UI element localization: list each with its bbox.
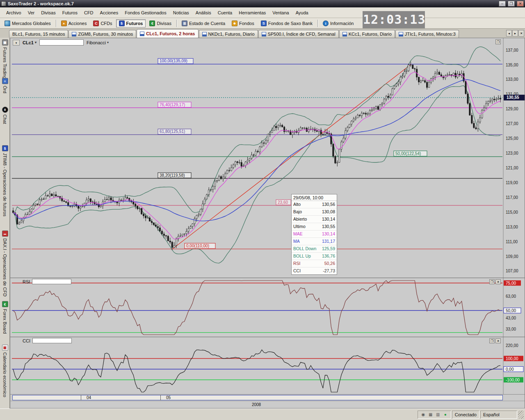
svg-text:43,00: 43,00	[506, 316, 516, 320]
menu-ventana[interactable]: Ventana	[269, 9, 292, 17]
drawing-tool-selector[interactable]: Fibonacci ▾	[87, 40, 109, 45]
sidebar-item-forex-board[interactable]: Forex Board	[0, 301, 10, 334]
menu-divisas[interactable]: Divisas	[38, 9, 58, 17]
chart-tab-icon	[399, 32, 403, 37]
cci-indicator-chart[interactable]: 220,00100,000,00-100,00	[10, 337, 525, 394]
svg-text:100,00(135,09): 100,00(135,09)	[160, 59, 187, 63]
menu-ayuda[interactable]: Ayuda	[293, 9, 311, 17]
tab-zgm8[interactable]: ZGM8, Futuros, 30 minutos	[68, 30, 136, 38]
status-icons: ◉ ▦ ▥ ●	[418, 411, 451, 419]
menu-analisis[interactable]: Análisis	[193, 9, 214, 17]
menu-futuros[interactable]: Futuros	[59, 9, 80, 17]
tab-clc1[interactable]: CLc1, Futuros, 2 horas	[137, 29, 198, 38]
tooltip-row: RSI50,26	[292, 260, 337, 267]
svg-text:119,00: 119,00	[506, 180, 518, 185]
connection-label: Conectado	[455, 412, 477, 417]
user-icon[interactable]: ◉	[420, 412, 426, 418]
toolbar-button-informacion[interactable]: Información	[320, 19, 356, 27]
tab-nkdc1[interactable]: NKDc1, Futuros, Diario	[199, 30, 258, 38]
toolbar-button-label: Futuros	[126, 21, 143, 26]
menu-cuenta[interactable]: Cuenta	[215, 9, 235, 17]
lock-icon: ●	[443, 412, 448, 418]
restore-panel-icon[interactable]: ❐	[495, 39, 501, 44]
month-tick	[81, 395, 81, 400]
chart-toolbar: ▾ CLc1 ▾ Fibonacci ▾	[13, 39, 109, 46]
restore-button[interactable]: ❐	[508, 1, 515, 7]
svg-text:100,00: 100,00	[506, 356, 518, 361]
menu-noticias[interactable]: Noticias	[170, 9, 192, 17]
resize-grip[interactable]	[518, 411, 524, 419]
rsi-panel-header: RSI	[23, 279, 71, 284]
svg-text:0,00: 0,00	[506, 367, 514, 372]
orders-icon	[2, 78, 8, 84]
globe-icon	[5, 21, 10, 26]
close-panel-icon[interactable]: ✕	[495, 338, 501, 343]
menu-ver[interactable]: Ver	[25, 9, 38, 17]
chart-menu-dropdown-icon[interactable]: ▾	[13, 40, 20, 46]
sidebar-item-chat[interactable]: Chat	[0, 107, 10, 124]
tooltip-row: Abierto130,14	[292, 216, 337, 223]
network-icon[interactable]: ▦	[428, 412, 434, 418]
svg-text:75,00: 75,00	[506, 281, 516, 285]
chart-data-tooltip: 29/05/08, 10:00 Alto130,56 Bajo130,08 Ab…	[291, 194, 337, 275]
rsi-indicator-chart[interactable]: 75,0063,0050,0043,0033,00	[10, 278, 525, 337]
year-label: 2008	[10, 402, 502, 407]
toolbar-button-fondos-saxo[interactable]: Fondos de Saxo Bank	[258, 19, 315, 27]
symbol-label: CLc1	[23, 40, 34, 45]
main-price-chart[interactable]: 100,00(135,09)76,40(129,17)61,80(125,51)…	[10, 38, 525, 278]
toolbar-button-acciones[interactable]: Acciones	[58, 19, 90, 27]
close-button[interactable]: ✕	[517, 1, 524, 7]
tab-scroll-right-icon[interactable]: ▸	[512, 30, 518, 37]
symbol-selector[interactable]: CLc1 ▾	[23, 40, 37, 45]
sidebar-item-jtim8-operaciones[interactable]: JTIM8 - Operaciones de futuros	[0, 145, 10, 217]
cci-param-input[interactable]	[32, 338, 72, 343]
tabbar: BLc1, Futuros, 15 minutos ZGM8, Futuros,…	[0, 29, 525, 38]
toolbar-button-futuros[interactable]: Futuros	[116, 19, 146, 27]
year-axis: 2008	[10, 401, 525, 408]
horizontal-range-bar[interactable]	[12, 395, 503, 400]
symbol-search-input[interactable]	[39, 39, 84, 46]
tab-sp500[interactable]: SP500.I, Índice de CFD, Semanal	[258, 30, 339, 38]
chart-window: 100,00(135,09)76,40(129,17)61,80(125,51)…	[10, 38, 525, 409]
restore-panel-icon[interactable]: ❐	[489, 338, 495, 343]
tab-jtic1[interactable]: JTIc1, Futuros, Minutos:3	[395, 30, 459, 38]
svg-text:115,00: 115,00	[506, 210, 518, 215]
tooltip-row: BOLL Up136,76	[292, 253, 337, 260]
menu-acciones[interactable]: Acciones	[97, 9, 121, 17]
close-panel-icon[interactable]: ✕	[495, 279, 501, 284]
tab-close-icon[interactable]: ✕	[518, 30, 524, 37]
svg-text:50,00: 50,00	[506, 308, 516, 313]
tab-blc1[interactable]: BLc1, Futuros, 15 minutos	[9, 30, 68, 38]
toolbar-button-mercados-globales[interactable]: Mercados Globales	[2, 19, 54, 27]
svg-text:111,00: 111,00	[506, 240, 518, 244]
sidebar-item-calendario[interactable]: Calendario económico	[0, 345, 10, 397]
month-tick	[160, 395, 161, 400]
restore-panel-icon[interactable]: ❐	[489, 279, 495, 284]
tab-label: ZGM8, Futuros, 30 minutos	[78, 32, 133, 37]
menu-fondos-gestionados[interactable]: Fondos Gestionados	[122, 9, 169, 17]
chart-status-icon[interactable]: ▥	[435, 412, 441, 418]
tooltip-row: Bajo130,08	[292, 208, 337, 216]
sidebar-item-dax-operaciones[interactable]: DAX.I - Operaciones de CFD	[0, 231, 10, 297]
language-selector[interactable]: Español	[480, 411, 517, 419]
menu-herramientas[interactable]: Herramientas	[236, 9, 269, 17]
chart-icon	[2, 39, 8, 46]
svg-text:61,80(125,51): 61,80(125,51)	[160, 129, 185, 134]
tab-scroll-left-icon[interactable]: ◂	[506, 30, 512, 37]
menu-cfd[interactable]: CFD	[81, 9, 96, 17]
toolbar-button-label: Estado de Cuenta	[189, 21, 225, 26]
rsi-param-input[interactable]	[32, 279, 71, 284]
menu-archivo[interactable]: Archivo	[3, 9, 24, 17]
toolbar-button-label: Información	[330, 21, 354, 26]
toolbar-button-estado-de-cuenta[interactable]: Estado de Cuenta	[179, 19, 228, 27]
toolbar: Mercados Globales Acciones CFDs Futuros …	[0, 18, 525, 29]
svg-text:109,00: 109,00	[506, 254, 518, 259]
toolbar-button-divisas[interactable]: Divisas	[146, 19, 174, 27]
tab-kcc1[interactable]: KCc1, Futuros, Diario	[339, 30, 395, 38]
sidebar-item-futures-trading[interactable]: Futures Trading	[0, 39, 10, 79]
toolbar-button-fondos[interactable]: Fondos	[229, 19, 257, 27]
minimize-button[interactable]: –	[499, 1, 506, 7]
stocks-icon	[61, 21, 67, 26]
sidebar-item-ordenes[interactable]: Órd	[0, 78, 10, 93]
toolbar-button-cfds[interactable]: CFDs	[90, 19, 115, 27]
